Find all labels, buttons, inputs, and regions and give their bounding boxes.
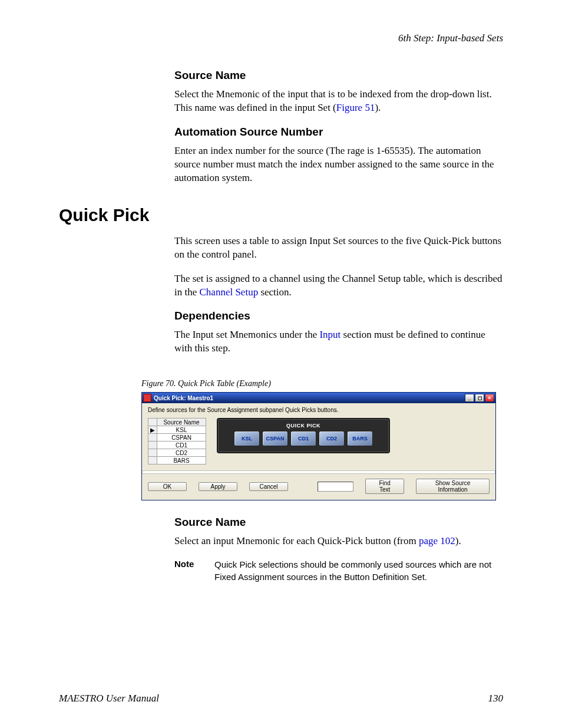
para-qp-1: This screen uses a table to assign Input… (174, 235, 503, 262)
col-source-name[interactable]: Source Name (157, 419, 206, 426)
quick-pick-panel: QUICK PICK KSL CSPAN CD1 CD2 BARS (217, 418, 390, 453)
window-title: Quick Pick: Maestro1 (154, 395, 213, 401)
footer-left: MAESTRO User Manual (59, 693, 159, 704)
link-input[interactable]: Input (319, 329, 340, 340)
heading-source-name-1: Source Name (174, 69, 503, 82)
footer-page-number: 130 (488, 693, 504, 704)
row-selector[interactable] (148, 434, 157, 442)
table-row: CSPAN (148, 434, 206, 442)
row-selector[interactable] (148, 457, 157, 465)
ok-button[interactable]: OK (148, 482, 187, 491)
figure-caption: Figure 70. Quick Pick Table (Example) (141, 379, 503, 388)
text: ). (375, 102, 381, 113)
row-selector[interactable]: ▶ (148, 426, 157, 434)
quick-pick-window: Quick Pick: Maestro1 _ ◻ × Define source… (141, 392, 496, 500)
app-icon (143, 394, 151, 402)
row-selector[interactable] (148, 442, 157, 449)
para-automation: Enter an index number for the source (Th… (174, 144, 503, 185)
cell[interactable]: CD1 (157, 442, 206, 449)
para-qp-2: The set is assigned to a channel using t… (174, 272, 503, 299)
row-selector[interactable] (148, 449, 157, 457)
table-row: CD2 (148, 449, 206, 457)
text: ). (455, 535, 461, 546)
table-row: ▶KSL (148, 426, 206, 434)
source-grid[interactable]: Source Name ▶KSL CSPAN CD1 CD2 BARS (148, 418, 206, 465)
link-page-102[interactable]: page 102 (419, 535, 455, 546)
divider (142, 470, 495, 474)
minimize-button[interactable]: _ (465, 394, 474, 402)
find-text-input[interactable] (318, 482, 353, 492)
cell[interactable]: KSL (157, 426, 206, 434)
heading-source-name-2: Source Name (174, 516, 503, 529)
note-body: Quick Pick selections should be commonly… (214, 559, 503, 583)
qp-button-2[interactable]: CSPAN (262, 431, 288, 446)
cell[interactable]: CSPAN (157, 434, 206, 442)
note-block: Note Quick Pick selections should be com… (174, 559, 503, 583)
text: The Input set Mnemonics under the (174, 329, 319, 340)
table-row: CD1 (148, 442, 206, 449)
instruction-text: Define sources for the Source Assignment… (148, 407, 490, 413)
heading-dependencies: Dependencies (174, 309, 503, 322)
text: Select the Mnemonic of the input that is… (174, 88, 492, 113)
para-source-name-1: Select the Mnemonic of the input that is… (174, 88, 503, 115)
cell[interactable]: CD2 (157, 449, 206, 457)
maximize-button[interactable]: ◻ (475, 394, 484, 402)
para-source-name-2: Select an input Mnemonic for each Quick-… (174, 535, 503, 548)
para-dependencies: The Input set Mnemonics under the Input … (174, 328, 503, 355)
quick-pick-label: QUICK PICK (224, 423, 383, 429)
apply-button[interactable]: Apply (199, 482, 237, 491)
cancel-button[interactable]: Cancel (249, 482, 288, 491)
note-label: Note (174, 559, 203, 583)
table-row: BARS (148, 457, 206, 465)
text: section. (258, 286, 292, 298)
close-button[interactable]: × (485, 394, 494, 402)
find-text-button[interactable]: Find Text (365, 479, 404, 494)
qp-button-5[interactable]: BARS (347, 431, 373, 446)
titlebar[interactable]: Quick Pick: Maestro1 _ ◻ × (142, 393, 495, 403)
link-figure-51[interactable]: Figure 51 (336, 102, 375, 113)
qp-button-3[interactable]: CD1 (290, 431, 316, 446)
running-head: 6th Step: Input-based Sets (59, 32, 503, 44)
qp-button-1[interactable]: KSL (234, 431, 260, 446)
qp-button-4[interactable]: CD2 (319, 431, 345, 446)
heading-quick-pick: Quick Pick (59, 205, 149, 225)
heading-automation-source-number: Automation Source Number (174, 126, 503, 139)
text: Select an input Mnemonic for each Quick-… (174, 535, 419, 546)
show-source-info-button[interactable]: Show Source Information (416, 479, 490, 494)
cell[interactable]: BARS (157, 457, 206, 465)
link-channel-setup[interactable]: Channel Setup (200, 286, 259, 298)
